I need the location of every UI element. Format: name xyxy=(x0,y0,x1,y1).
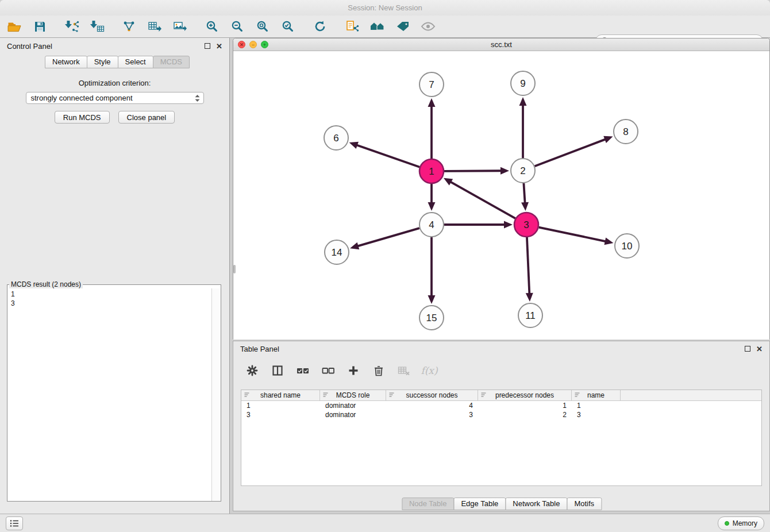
list-icon xyxy=(10,519,19,527)
tab-network[interactable]: Network xyxy=(45,56,87,68)
edge-2-3[interactable] xyxy=(523,183,525,203)
copy-network-icon[interactable] xyxy=(344,18,361,35)
refresh-icon[interactable] xyxy=(311,18,329,35)
table-cell: 1 xyxy=(572,401,621,410)
column-tree-icon xyxy=(388,392,395,398)
network-window-title: scc.txt xyxy=(233,38,769,51)
network-window-titlebar[interactable]: ✕−+ scc.txt xyxy=(233,38,769,51)
export-image-icon[interactable] xyxy=(171,18,188,35)
tab-select[interactable]: Select xyxy=(118,56,153,68)
tab-style[interactable]: Style xyxy=(87,56,118,68)
column-header-label: MCDS role xyxy=(336,391,370,399)
network-view-window: ✕−+ scc.txt 7968124314101511 xyxy=(233,38,770,340)
home-pair-icon[interactable] xyxy=(369,18,386,35)
table-header-row: shared nameMCDS rolesuccessor nodesprede… xyxy=(241,390,761,401)
column-header-successor-nodes[interactable]: successor nodes xyxy=(386,390,478,400)
show-columns-icon[interactable] xyxy=(270,363,285,378)
column-tree-icon xyxy=(574,392,580,398)
add-column-icon[interactable] xyxy=(346,363,361,378)
import-table-icon[interactable] xyxy=(88,18,106,35)
table-settings-icon[interactable] xyxy=(245,363,260,378)
edge-arrow-icon xyxy=(350,242,359,249)
new-table-icon[interactable] xyxy=(146,18,163,35)
zoom-selected-icon[interactable] xyxy=(279,18,297,35)
node-label: 14 xyxy=(332,247,342,258)
control-panel-tabs: NetworkStyleSelectMCDS xyxy=(45,56,229,68)
zoom-out-icon[interactable] xyxy=(229,18,246,35)
network-canvas[interactable]: 7968124314101511 xyxy=(233,51,769,340)
minimize-window-icon[interactable]: − xyxy=(249,41,257,48)
edge-3-1[interactable] xyxy=(450,182,515,218)
table-cell: 3 xyxy=(572,410,621,419)
delete-column-icon[interactable] xyxy=(371,363,386,378)
edge-arrow-icon xyxy=(521,202,529,211)
edge-arrow-icon xyxy=(603,136,613,143)
node-label: 15 xyxy=(426,313,437,323)
column-header-name[interactable]: name xyxy=(572,390,621,400)
run-mcds-button[interactable]: Run MCDS xyxy=(55,111,110,124)
edge-1-6[interactable] xyxy=(356,145,419,167)
tab-network-table[interactable]: Network Table xyxy=(505,498,567,510)
zoom-in-icon[interactable] xyxy=(203,18,221,35)
optimization-dropdown[interactable]: strongly connected component xyxy=(26,92,204,104)
column-header-label: name xyxy=(587,391,605,399)
column-header-predecessor-nodes[interactable]: predecessor nodes xyxy=(478,390,572,400)
node-label: 6 xyxy=(333,133,338,144)
deselect-all-columns-icon[interactable] xyxy=(321,363,336,378)
status-menu-button[interactable] xyxy=(6,516,23,530)
table-panel-header: Table Panel ✕ xyxy=(233,341,769,356)
control-panel-title: Control Panel xyxy=(7,42,52,51)
node-label: 11 xyxy=(525,310,536,321)
close-window-icon[interactable]: ✕ xyxy=(238,41,245,48)
result-scrollbar[interactable] xyxy=(211,288,221,501)
table-cell: 2 xyxy=(478,410,572,419)
float-panel-icon[interactable] xyxy=(205,43,210,49)
select-all-columns-icon[interactable] xyxy=(295,363,310,378)
table-row[interactable]: 3dominator323 xyxy=(241,410,761,419)
edge-1-2[interactable] xyxy=(444,171,502,171)
close-table-panel-icon[interactable]: ✕ xyxy=(756,345,763,353)
mcds-panel-content: Optimization criterion: strongly connect… xyxy=(0,68,229,124)
close-panel-icon[interactable]: ✕ xyxy=(216,43,222,50)
column-header-label: shared name xyxy=(260,391,301,399)
column-header-shared-name[interactable]: shared name xyxy=(241,390,320,400)
close-panel-button[interactable]: Close panel xyxy=(118,111,175,124)
mcds-result-box: MCDS result (2 nodes) 13 xyxy=(7,280,221,502)
new-network-icon[interactable] xyxy=(121,18,138,35)
mcds-result-content[interactable]: 13 xyxy=(7,288,221,309)
dropdown-value: strongly connected component xyxy=(31,94,133,102)
open-folder-icon[interactable] xyxy=(6,18,23,35)
edge-3-11[interactable] xyxy=(527,237,529,294)
float-table-panel-icon[interactable] xyxy=(745,346,750,352)
import-network-icon[interactable] xyxy=(63,18,80,35)
save-icon[interactable] xyxy=(31,18,48,35)
network-graph: 7968124314101511 xyxy=(233,51,769,340)
column-header-MCDS-role[interactable]: MCDS role xyxy=(320,390,386,400)
canvas-scrollbar-handle[interactable] xyxy=(233,265,236,273)
tab-edge-table[interactable]: Edge Table xyxy=(453,498,506,510)
table-panel-tabs: Node TableEdge TableNetwork TableMotifs xyxy=(402,498,601,510)
edge-2-8[interactable] xyxy=(535,139,606,166)
column-header-label: successor nodes xyxy=(406,391,457,399)
tab-mcds[interactable]: MCDS xyxy=(153,56,190,68)
table-toolbar: f(x) xyxy=(245,361,437,380)
label-tag-icon[interactable] xyxy=(394,18,411,35)
table-cell: 1 xyxy=(241,401,320,410)
window-titlebar[interactable]: Session: New Session xyxy=(0,0,770,16)
eye-icon[interactable] xyxy=(419,18,437,35)
node-label: 7 xyxy=(429,79,434,90)
tab-node-table[interactable]: Node Table xyxy=(402,498,455,510)
column-tree-icon xyxy=(244,392,250,398)
edge-arrow-icon xyxy=(500,167,509,175)
control-panel-header: Control Panel ✕ xyxy=(0,38,229,54)
zoom-fit-icon[interactable] xyxy=(254,18,271,35)
table-row[interactable]: 1dominator411 xyxy=(241,401,761,410)
tab-motifs[interactable]: Motifs xyxy=(567,498,602,510)
edge-3-10[interactable] xyxy=(539,228,606,242)
edge-4-14[interactable] xyxy=(357,228,419,246)
delete-table-icon xyxy=(396,363,411,378)
memory-button[interactable]: Memory xyxy=(718,516,764,530)
memory-status-dot xyxy=(725,521,729,526)
table-panel: Table Panel ✕ f(x) shared nameMCDS roles… xyxy=(233,341,770,511)
zoom-window-icon[interactable]: + xyxy=(261,41,268,48)
